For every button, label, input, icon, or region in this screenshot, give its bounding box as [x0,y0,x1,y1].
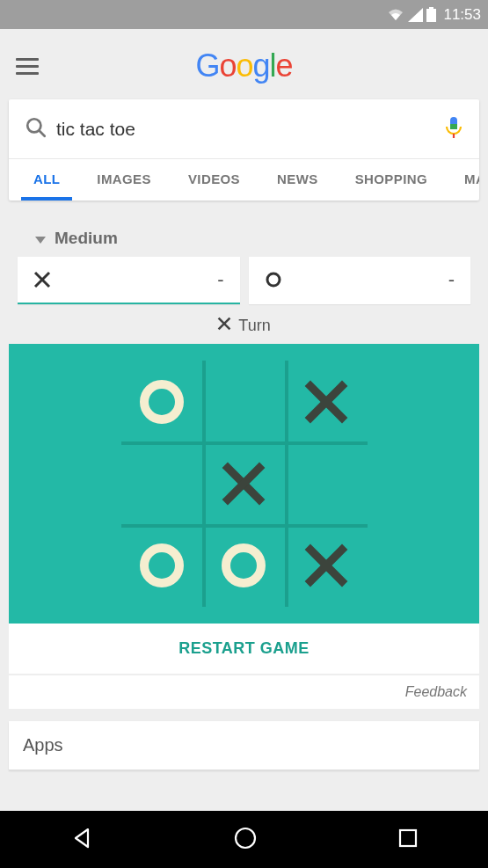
tab-shopping[interactable]: SHOPPING [343,159,440,201]
search-card: ALL IMAGES VIDEOS NEWS SHOPPING MA [9,99,479,201]
search-row [9,99,479,159]
game-board [9,344,479,624]
svg-rect-5 [450,124,457,129]
o-icon [265,271,282,288]
logo-letter: e [276,47,293,84]
score-x-value: - [217,268,223,291]
svg-line-3 [40,130,45,135]
cell-1-1[interactable] [203,442,285,524]
cell-0-1[interactable] [203,361,285,442]
score-o-box: - [249,257,471,304]
app-header: Google [0,29,488,92]
o-mark [140,543,184,587]
google-logo: Google [195,47,292,84]
tab-maps[interactable]: MA [452,159,479,201]
turn-indicator: Turn [9,317,479,344]
cell-2-2[interactable] [285,525,367,607]
android-status-bar: 11:53 [0,0,488,29]
cell-2-1[interactable] [203,525,285,607]
android-nav-bar [0,811,488,868]
clock-text: 11:53 [443,6,481,24]
score-x-box: - [18,257,240,304]
feedback-link[interactable]: Feedback [9,675,479,709]
wifi-icon [387,8,404,22]
cell-0-0[interactable] [121,361,203,442]
battery-icon [426,7,436,22]
mic-icon[interactable] [444,116,463,142]
x-icon [33,271,51,288]
home-icon[interactable] [233,826,258,854]
tab-all[interactable]: ALL [21,159,72,201]
x-mark [223,463,264,504]
svg-rect-13 [400,830,416,846]
tab-news[interactable]: NEWS [265,159,331,201]
chevron-down-icon [35,229,46,248]
search-input[interactable] [47,119,444,140]
apps-section-header[interactable]: Apps [9,721,479,770]
cell-1-0[interactable] [121,442,203,524]
cell-1-2[interactable] [285,442,367,524]
tab-videos[interactable]: VIDEOS [176,159,252,201]
o-mark [222,543,266,587]
x-mark [306,382,346,422]
x-mark [306,545,346,586]
tab-images[interactable]: IMAGES [84,159,164,201]
back-icon[interactable] [70,827,93,853]
search-icon[interactable] [25,116,47,142]
logo-letter: G [195,47,219,84]
o-mark [140,380,184,424]
tictactoe-card: Medium - - Turn [9,209,479,709]
score-o-value: - [448,268,455,291]
difficulty-label: Medium [55,229,118,248]
logo-letter: o [219,47,236,84]
cell-signal-icon [408,8,423,22]
difficulty-dropdown[interactable]: Medium [9,209,479,257]
svg-point-12 [236,828,255,848]
svg-rect-0 [426,9,436,22]
cell-0-2[interactable] [285,361,367,442]
logo-letter: g [253,47,270,84]
menu-icon[interactable] [16,55,39,77]
search-tabs: ALL IMAGES VIDEOS NEWS SHOPPING MA [9,159,479,201]
restart-button[interactable]: RESTART GAME [9,624,479,674]
score-row: - - [9,257,479,317]
turn-label: Turn [238,317,270,335]
recents-icon[interactable] [397,828,419,852]
cell-2-0[interactable] [121,525,203,607]
svg-point-9 [267,274,280,286]
x-icon [217,317,231,335]
svg-rect-1 [429,7,433,9]
logo-letter: o [236,47,252,84]
